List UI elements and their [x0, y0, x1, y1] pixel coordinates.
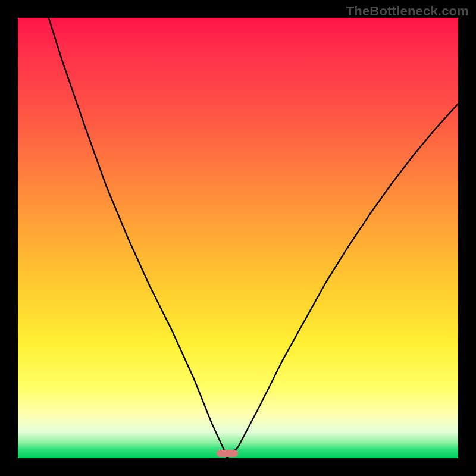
watermark-label: TheBottleneck.com: [346, 4, 469, 19]
bottleneck-curve: [18, 18, 458, 458]
minimum-marker: [217, 450, 238, 457]
chart-plot-area: [18, 18, 458, 458]
